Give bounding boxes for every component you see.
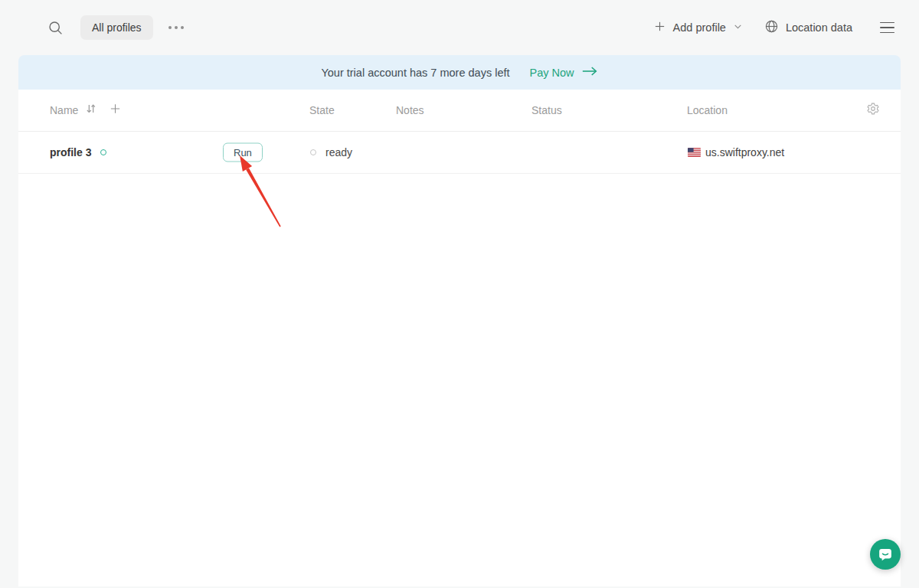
profile-status-dot-icon (100, 149, 106, 155)
gear-icon[interactable] (866, 102, 880, 119)
profiles-table: Name State Notes Status Location (18, 90, 901, 586)
sort-icon[interactable] (85, 103, 97, 118)
chat-bubble-smile-icon (877, 546, 894, 563)
search-icon[interactable] (47, 20, 64, 36)
pay-now-label: Pay Now (530, 67, 574, 79)
column-header-location[interactable]: Location (687, 104, 728, 116)
table-header-row: Name State Notes Status Location (18, 90, 901, 132)
column-header-state[interactable]: State (309, 104, 335, 116)
trial-banner: Your trial account has 7 more days left … (18, 55, 901, 90)
add-profile-button[interactable]: Add profile (653, 20, 743, 35)
location-data-label: Location data (786, 21, 852, 34)
column-header-name[interactable]: Name (50, 104, 78, 116)
menu-icon[interactable] (878, 19, 896, 37)
column-header-status[interactable]: Status (531, 104, 562, 116)
add-column-icon[interactable] (109, 103, 122, 119)
globe-icon (764, 19, 779, 36)
chevron-down-icon (733, 21, 743, 34)
more-tabs-icon[interactable] (165, 20, 187, 35)
chat-widget-button[interactable] (870, 539, 901, 570)
run-button[interactable]: Run (223, 143, 263, 162)
arrow-right-icon (581, 66, 598, 79)
top-bar: All profiles Add profile (0, 0, 919, 55)
main-area: Your trial account has 7 more days left … (18, 55, 901, 586)
add-profile-label: Add profile (673, 21, 726, 34)
proxy-location: us.swiftproxy.net (705, 146, 784, 158)
plus-icon (653, 20, 666, 35)
state-value: ready (325, 146, 352, 158)
column-header-notes[interactable]: Notes (396, 104, 424, 116)
table-row[interactable]: profile 3 Run ready us.swiftproxy.net (18, 132, 901, 174)
trial-message: Your trial account has 7 more days left (321, 67, 509, 79)
us-flag-icon (688, 148, 701, 157)
profiles-app: All profiles Add profile (0, 0, 919, 588)
state-dot-icon (310, 149, 316, 155)
pay-now-link[interactable]: Pay Now (530, 66, 598, 79)
tab-all-profiles[interactable]: All profiles (80, 15, 153, 40)
location-data-button[interactable]: Location data (764, 19, 852, 36)
profile-name: profile 3 (50, 146, 91, 158)
